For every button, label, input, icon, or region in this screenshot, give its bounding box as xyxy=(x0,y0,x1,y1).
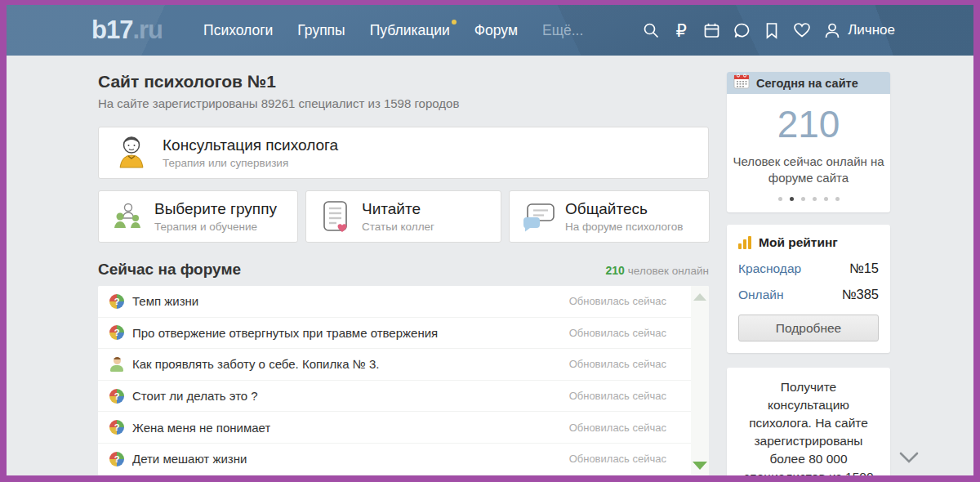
forum-topic-title: Жена меня не понимает xyxy=(132,421,270,435)
today-widget-title: Сегодня на сайте xyxy=(756,77,858,90)
forum-topic-row[interactable]: ? Жена меня не понимает Обновилась сейча… xyxy=(98,412,709,444)
calendar-icon[interactable] xyxy=(702,20,721,40)
main-column: Сайт психологов №1 На сайте зарегистриро… xyxy=(98,56,709,475)
menu-item-psychologists[interactable]: Психологи xyxy=(203,22,273,39)
topic-question-icon: ? xyxy=(109,325,124,340)
consultation-card-title: Консультация психолога xyxy=(163,136,338,154)
topic-question-icon: ? xyxy=(109,420,124,435)
communicate-subtitle: На форуме психологов xyxy=(565,221,683,233)
search-icon[interactable] xyxy=(641,20,661,40)
forum-topics-list: ? Темп жизни Обновилась сейчас ? Про отв… xyxy=(98,286,709,475)
choose-group-card[interactable]: Выберите группу Терапия и обучение xyxy=(98,190,298,243)
forum-topic-row[interactable]: ? Про отвержение отвергнутых при травме … xyxy=(98,318,709,350)
right-sidebar: Сегодня на сайте 210 Человек сейчас онла… xyxy=(727,72,890,475)
rating-row-city: Краснодар №15 xyxy=(738,261,879,276)
forum-topic-status: Обновилась сейчас xyxy=(569,358,666,370)
forum-topic-row[interactable]: ? Дети мешают жизни Обновилась сейчас xyxy=(98,444,709,475)
rating-widget-title: Мой рейтинг xyxy=(759,235,838,250)
read-articles-card[interactable]: Читайте Статьи коллег xyxy=(305,190,501,243)
page-subtitle: На сайте зарегистрированы 89261 специали… xyxy=(98,96,709,110)
topic-glyph: ? xyxy=(114,391,120,401)
person-icon xyxy=(822,20,842,40)
menu-item-more[interactable]: Ещё... xyxy=(542,22,583,39)
menu-item-forum[interactable]: Форум xyxy=(474,22,518,39)
forum-topic-status: Обновилась сейчас xyxy=(569,327,666,339)
navbar-actions: ₽ Личное xyxy=(641,20,973,40)
scroll-down-icon[interactable] xyxy=(693,462,707,470)
read-articles-title: Читайте xyxy=(362,200,434,218)
consultation-card-text: Консультация психолога Терапия или супер… xyxy=(163,136,338,169)
consultation-card[interactable]: Консультация психолога Терапия или супер… xyxy=(98,127,709,179)
carousel-dot[interactable] xyxy=(835,197,840,201)
communicate-title: Общайтесь xyxy=(565,200,683,218)
my-rating-widget: Мой рейтинг Краснодар №15 Онлайн №385 По… xyxy=(727,225,890,353)
menu-item-publications[interactable]: Публикации xyxy=(370,22,450,39)
forum-topic-row[interactable]: ? Стоит ли делать это ? Обновилась сейча… xyxy=(98,381,709,413)
page-title: Сайт психологов №1 xyxy=(98,72,709,91)
carousel-dot[interactable] xyxy=(801,197,805,201)
forum-section-header: Сейчас на форуме 210человек онлайн xyxy=(98,261,709,279)
menu-item-publications-label: Публикации xyxy=(370,22,450,38)
carousel-dot[interactable] xyxy=(813,197,817,201)
topic-question-icon: ? xyxy=(109,452,124,466)
forum-topic-status: Обновилась сейчас xyxy=(569,390,666,402)
today-widget-body: 210 Человек сейчас онлайн на форуме сайт… xyxy=(727,104,890,212)
ruble-glyph: ₽ xyxy=(676,22,687,39)
consultation-promo-widget: Получите консультацию психолога. На сайт… xyxy=(727,368,890,475)
communicate-card[interactable]: Общайтесь На форуме психологов xyxy=(509,190,710,243)
page: b17.ru Психологи Группы Публикации Форум… xyxy=(7,5,973,475)
bar-chart-icon xyxy=(738,236,751,249)
rating-online-link[interactable]: Онлайн xyxy=(738,288,784,302)
forum-section-title: Сейчас на форуме xyxy=(98,261,241,279)
article-heart-icon xyxy=(318,199,354,234)
promo-text: Получите консультацию психолога. На сайт… xyxy=(738,378,879,475)
group-people-icon xyxy=(110,200,146,233)
rating-row-online: Онлайн №385 xyxy=(738,287,879,302)
heart-icon[interactable] xyxy=(792,20,812,40)
chat-icon[interactable] xyxy=(732,20,751,40)
forum-topic-row[interactable]: ? Темп жизни Обновилась сейчас xyxy=(98,286,709,318)
online-now-count: 210 xyxy=(727,104,890,145)
forum-topic-title: Про отвержение отвергнутых при травме от… xyxy=(132,326,438,340)
today-on-site-widget: Сегодня на сайте 210 Человек сейчас онла… xyxy=(727,72,890,212)
carousel-dot[interactable] xyxy=(824,197,828,201)
profile-label: Личное xyxy=(848,22,895,38)
site-logo[interactable]: b17.ru xyxy=(91,16,163,45)
online-now-caption: Человек сейчас онлайн на форуме сайта xyxy=(727,154,890,187)
carousel-dots[interactable] xyxy=(727,197,890,201)
online-counter: 210человек онлайн xyxy=(605,264,709,277)
topic-glyph: ? xyxy=(114,297,120,306)
online-count-label: человек онлайн xyxy=(628,265,709,277)
choose-group-title: Выберите группу xyxy=(154,200,277,218)
topic-glyph: ? xyxy=(114,422,120,432)
read-articles-subtitle: Статьи коллег xyxy=(362,221,434,233)
forum-topic-status: Обновилась сейчас xyxy=(569,453,666,465)
ruble-payments-icon[interactable]: ₽ xyxy=(671,20,691,40)
topic-glyph: ? xyxy=(114,454,120,464)
forum-topic-row[interactable]: Как проявлять заботу о себе. Копилка № 3… xyxy=(98,349,709,381)
choose-group-subtitle: Терапия и обучение xyxy=(154,221,277,233)
forum-topic-status: Обновилась сейчас xyxy=(569,422,666,434)
today-widget-header: Сегодня на сайте xyxy=(727,72,890,94)
forum-topic-title: Как проявлять заботу о себе. Копилка № 3… xyxy=(132,357,379,371)
red-calendar-icon xyxy=(733,74,750,92)
screenshot-frame: b17.ru Психологи Группы Публикации Форум… xyxy=(0,0,980,482)
logo-domain: .ru xyxy=(132,16,163,45)
topic-glyph: ? xyxy=(114,328,120,337)
bookmark-icon[interactable] xyxy=(762,20,782,40)
rating-widget-header: Мой рейтинг xyxy=(738,235,879,250)
profile-menu[interactable]: Личное xyxy=(822,20,895,40)
list-scrollbar[interactable] xyxy=(691,286,709,475)
carousel-dot[interactable] xyxy=(778,197,782,201)
topic-question-icon: ? xyxy=(109,294,124,309)
rating-details-button[interactable]: Подробнее xyxy=(738,315,879,341)
menu-item-groups[interactable]: Группы xyxy=(297,22,345,39)
logo-text: b17 xyxy=(91,16,132,45)
carousel-dot[interactable] xyxy=(790,197,794,201)
main-menu: Психологи Группы Публикации Форум Ещё... xyxy=(203,22,583,39)
rating-city-link[interactable]: Краснодар xyxy=(738,261,801,276)
chevron-down-icon[interactable] xyxy=(894,449,924,466)
forum-topic-title: Дети мешают жизни xyxy=(132,452,247,466)
scroll-up-icon[interactable] xyxy=(693,293,706,301)
forum-topic-title: Стоит ли делать это ? xyxy=(132,389,258,403)
